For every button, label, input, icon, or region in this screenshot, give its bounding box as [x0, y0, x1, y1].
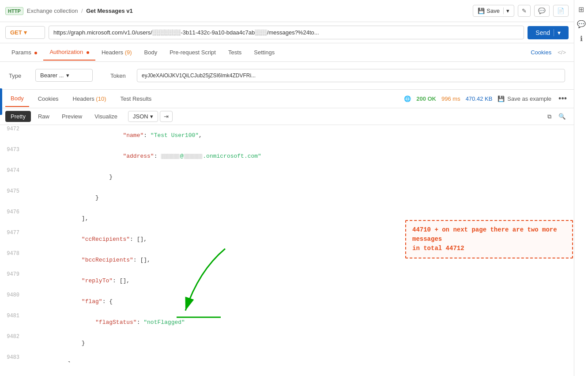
line-num-9481: 9481 [0, 312, 26, 319]
floppy-icon: 💾 [478, 8, 485, 14]
ellipsis-icon: ••• [558, 94, 567, 103]
method-select[interactable]: GET ▾ [5, 26, 45, 39]
tab-tests[interactable]: Tests [222, 45, 248, 60]
bearer-select[interactable]: Bearer ... ▾ [35, 69, 93, 82]
line-content-9474: } [26, 167, 574, 187]
line-num-9482: 9482 [0, 333, 26, 340]
code-line-9474: 9474 } [0, 167, 574, 187]
line-content-9472: "name": "Test User100", [26, 125, 574, 145]
code-line-9480: 9480 "flag": { [0, 291, 574, 312]
json-dropdown-arrow: ▾ [150, 113, 153, 120]
doc-button[interactable]: 📄 [553, 5, 569, 17]
doc-icon: 📄 [557, 8, 565, 14]
code-line-9475: 9475 } [0, 187, 574, 208]
code-line-9482: 9482 } [0, 333, 574, 353]
save-example-icon: 💾 [498, 95, 505, 102]
top-bar-left: HTTP Exchange collection / Get Messages … [5, 7, 133, 15]
copy-icon: ⧉ [547, 113, 551, 120]
tab-authorization[interactable]: Authorization [43, 44, 95, 61]
response-tab-cookies[interactable]: Cookies [33, 91, 64, 106]
save-dropdown-arrow[interactable]: ▾ [503, 8, 509, 14]
code-line-9481: 9481 "flagStatus": "notFlagged" [0, 312, 574, 333]
breadcrumb-current: Get Messages v1 [86, 8, 133, 14]
edit-button[interactable]: ✎ [518, 5, 531, 17]
breadcrumb: Exchange collection / Get Messages v1 [27, 8, 133, 14]
breadcrumb-sep: / [81, 8, 83, 14]
save-button[interactable]: 💾 Save ▾ [473, 5, 514, 17]
json-label: JSON [133, 113, 148, 120]
raw-button[interactable]: Raw [33, 111, 55, 122]
tab-prerequest[interactable]: Pre-request Script [163, 45, 222, 60]
search-icon: 🔍 [558, 113, 566, 120]
http-badge: HTTP [5, 7, 23, 15]
url-input[interactable] [49, 26, 524, 39]
right-sidebar: ⊞ 💬 ℹ [574, 0, 588, 362]
comment-button[interactable]: 💬 [534, 5, 550, 17]
line-content-9481: "flagStatus": "notFlagged" [26, 312, 574, 332]
wrap-button[interactable]: ⇥ [160, 111, 173, 122]
method-dropdown-arrow: ▾ [24, 29, 27, 36]
tab-settings[interactable]: Settings [248, 45, 281, 60]
sidebar-icon-1[interactable]: ⊞ [578, 5, 584, 14]
response-time: 996 ms [441, 95, 460, 102]
sidebar-icon-3[interactable]: ℹ [580, 34, 583, 43]
annotation-box: 44710 + on next page there are two more … [405, 220, 573, 258]
response-tab-headers[interactable]: Headers (10) [68, 91, 112, 106]
send-dropdown-arrow[interactable]: ▾ [554, 29, 561, 36]
auth-dot [87, 51, 89, 54]
code-line-9472: 9472 "name": "Test User100", [0, 125, 574, 146]
code-area[interactable]: 9472 "name": "Test User100", 9473 "addre… [0, 125, 574, 362]
wrap-icon: ⇥ [164, 113, 169, 120]
line-content-9479: "replyTo": [], [26, 271, 574, 291]
line-content-9483: } [26, 354, 574, 362]
response-tab-body[interactable]: Body [5, 91, 29, 107]
cookies-link[interactable]: Cookies [527, 49, 555, 56]
search-button[interactable]: 🔍 [556, 111, 569, 122]
save-as-example-button[interactable]: 💾 Save as example [498, 95, 551, 102]
tab-body[interactable]: Body [138, 45, 164, 60]
response-bar: Body Cookies Headers (10) Test Results 🌐… [0, 90, 574, 108]
token-label: Token [110, 69, 128, 79]
line-num-9475: 9475 [0, 188, 26, 194]
line-content-9480: "flag": { [26, 292, 574, 311]
visualize-button[interactable]: Visualize [89, 111, 123, 122]
globe-icon: 🌐 [404, 95, 411, 102]
auth-section: Type Bearer ... ▾ Token [0, 62, 574, 90]
more-options-button[interactable]: ••• [557, 94, 569, 103]
breadcrumb-collection[interactable]: Exchange collection [27, 8, 78, 14]
tab-params[interactable]: Params [5, 45, 43, 60]
line-num-9477: 9477 [0, 229, 26, 236]
extra-chevron: </> [555, 49, 569, 56]
code-line-9473: 9473 "address": ░░░░░░@░░░░░░.onmicrosof… [0, 146, 574, 167]
request-tabs-row: Params Authorization Headers (9) Body Pr… [0, 43, 574, 62]
send-label: Send [535, 29, 550, 36]
json-format-select[interactable]: JSON ▾ [128, 111, 158, 122]
line-num-9476: 9476 [0, 209, 26, 215]
type-label: Type [9, 69, 26, 79]
comment-icon: 💬 [538, 8, 546, 14]
top-bar-right: 💾 Save ▾ ✎ 💬 📄 [473, 5, 569, 17]
params-dot [34, 52, 37, 54]
bearer-dropdown-arrow: ▾ [66, 72, 69, 79]
response-tab-test-results[interactable]: Test Results [115, 91, 157, 106]
code-line-9479: 9479 "replyTo": [], [0, 270, 574, 291]
response-size: 470.42 KB [466, 95, 493, 102]
line-num-9473: 9473 [0, 146, 26, 153]
response-headers-badge: (10) [96, 95, 106, 102]
save-label: Save [486, 8, 500, 14]
send-button[interactable]: Send ▾ [528, 26, 569, 39]
sidebar-icon-2[interactable]: 💬 [577, 20, 586, 28]
line-num-9472: 9472 [0, 125, 26, 132]
line-content-9482: } [26, 333, 574, 353]
pretty-button[interactable]: Pretty [5, 111, 31, 122]
headers-badge: (9) [125, 49, 132, 56]
tab-headers[interactable]: Headers (9) [95, 45, 138, 60]
line-num-9480: 9480 [0, 292, 26, 298]
preview-button[interactable]: Preview [57, 111, 87, 122]
top-bar: HTTP Exchange collection / Get Messages … [0, 0, 574, 22]
method-label: GET [10, 29, 22, 36]
bearer-label: Bearer ... [40, 72, 64, 79]
line-num-9478: 9478 [0, 250, 26, 257]
copy-button[interactable]: ⧉ [545, 111, 554, 122]
token-input[interactable] [137, 69, 565, 82]
